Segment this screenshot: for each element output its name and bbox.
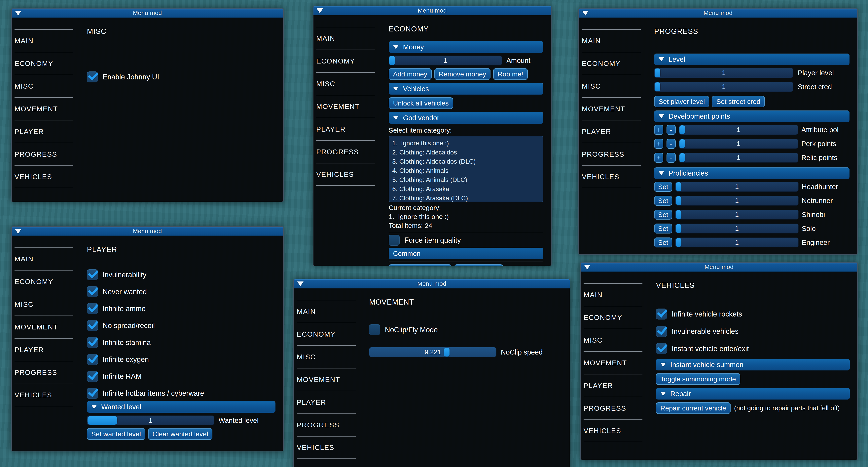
- sidebar-item-misc[interactable]: MISC: [14, 293, 73, 316]
- collapse-window-icon[interactable]: [15, 229, 21, 234]
- set-player-level-button[interactable]: Set player level: [654, 96, 709, 107]
- shinobi-slider[interactable]: 1: [675, 210, 799, 220]
- sidebar-item-player[interactable]: PLAYER: [584, 374, 643, 397]
- set-shinobi-button[interactable]: Set: [654, 210, 672, 220]
- sidebar-item-player[interactable]: PLAYER: [316, 118, 375, 140]
- slider-grab[interactable]: [679, 125, 685, 134]
- remove-money-button[interactable]: Remove money: [434, 68, 491, 80]
- slider-grab[interactable]: [88, 416, 117, 425]
- slider-grab[interactable]: [676, 196, 681, 205]
- slider-grab[interactable]: [389, 56, 395, 65]
- sidebar-item-misc[interactable]: MISC: [14, 75, 73, 97]
- street-cred-slider[interactable]: 1: [654, 82, 794, 92]
- attribute-points-plus-button[interactable]: +: [654, 125, 663, 135]
- sidebar-item-movement[interactable]: MOVEMENT: [584, 351, 643, 374]
- no-spread-recoil-checkbox[interactable]: [87, 320, 98, 331]
- perk-points-minus-button[interactable]: -: [666, 139, 676, 149]
- sidebar-item-progress[interactable]: PROGRESS: [316, 140, 375, 163]
- infinite-ram-checkbox[interactable]: [87, 371, 98, 382]
- rob-me-button[interactable]: Rob me!: [493, 68, 528, 80]
- attribute-points-minus-button[interactable]: -: [666, 125, 676, 135]
- player-level-slider[interactable]: 1: [654, 68, 794, 78]
- unlock-all-vehicles-button[interactable]: Unlock all vehicles: [389, 97, 453, 109]
- sidebar-item-main[interactable]: MAIN: [584, 283, 643, 306]
- titlebar[interactable]: Menu mod: [313, 6, 551, 15]
- sidebar-item-main[interactable]: MAIN: [14, 29, 73, 52]
- relic-points-plus-button[interactable]: +: [654, 153, 663, 163]
- sidebar-item-main[interactable]: MAIN: [14, 247, 73, 270]
- sidebar-item-vehicles[interactable]: VEHICLES: [14, 384, 73, 406]
- infinite-oxygen-checkbox[interactable]: [87, 354, 98, 365]
- collapse-window-icon[interactable]: [297, 282, 304, 286]
- sidebar-item-progress[interactable]: PROGRESS: [584, 397, 643, 419]
- perk-points-plus-button[interactable]: +: [654, 139, 663, 149]
- sidebar-item-progress[interactable]: PROGRESS: [14, 143, 73, 166]
- set-wanted-level-button[interactable]: Set wanted level: [87, 428, 145, 440]
- relic-points-slider[interactable]: 1: [679, 153, 798, 163]
- solo-slider[interactable]: 1: [675, 224, 799, 233]
- never-wanted-checkbox[interactable]: [87, 286, 98, 297]
- netrunner-slider[interactable]: 1: [675, 196, 799, 206]
- sidebar-item-economy[interactable]: ECONOMY: [316, 50, 375, 72]
- clear-wanted-level-button[interactable]: Clear wanted level: [148, 428, 213, 440]
- sidebar-item-economy[interactable]: ECONOMY: [582, 52, 641, 75]
- noclip-fly-mode-checkbox[interactable]: [369, 324, 380, 335]
- relic-points-minus-button[interactable]: -: [666, 153, 676, 163]
- level-section-header[interactable]: Level: [654, 54, 849, 65]
- amount-slider[interactable]: 1: [389, 56, 502, 65]
- sidebar-item-economy[interactable]: ECONOMY: [14, 270, 73, 293]
- sidebar-item-misc[interactable]: MISC: [582, 75, 641, 97]
- titlebar[interactable]: Menu mod: [12, 227, 283, 236]
- set-netrunner-button[interactable]: Set: [654, 196, 672, 206]
- slider-grab[interactable]: [655, 68, 660, 77]
- infinite-stamina-checkbox[interactable]: [87, 337, 98, 348]
- set-engineer-button[interactable]: Set: [654, 237, 672, 247]
- slider-grab[interactable]: [679, 139, 685, 148]
- sidebar-item-vehicles[interactable]: VEHICLES: [582, 166, 641, 188]
- sidebar-item-vehicles[interactable]: VEHICLES: [316, 163, 375, 186]
- sidebar-item-progress[interactable]: PROGRESS: [582, 143, 641, 166]
- wanted-level-slider[interactable]: 1: [87, 415, 214, 426]
- instant-vehicle-enter-exit-checkbox[interactable]: [656, 343, 667, 354]
- sidebar-item-movement[interactable]: MOVEMENT: [297, 368, 355, 391]
- noclip-speed-slider[interactable]: 9.221: [369, 347, 496, 357]
- repair-section-header[interactable]: Repair: [656, 388, 850, 400]
- infinite-hotbar-checkbox[interactable]: [87, 388, 98, 399]
- enable-johnny-ui-checkbox[interactable]: [87, 71, 98, 82]
- repair-current-vehicle-button[interactable]: Repair current vehicle: [656, 402, 731, 414]
- sidebar-item-movement[interactable]: MOVEMENT: [14, 316, 73, 338]
- collapse-window-icon[interactable]: [15, 11, 21, 16]
- sidebar-item-progress[interactable]: PROGRESS: [14, 361, 73, 384]
- sidebar-item-player[interactable]: PLAYER: [582, 120, 641, 143]
- development-points-section-header[interactable]: Development points: [654, 111, 849, 122]
- titlebar[interactable]: Menu mod: [12, 8, 283, 18]
- set-street-cred-button[interactable]: Set street cred: [712, 96, 765, 107]
- god-vendor-section-header[interactable]: God vendor: [389, 112, 544, 124]
- sidebar-item-movement[interactable]: MOVEMENT: [582, 97, 641, 120]
- collapse-window-icon[interactable]: [584, 265, 590, 269]
- sidebar-item-vehicles[interactable]: VEHICLES: [584, 419, 643, 442]
- engineer-slider[interactable]: 1: [675, 237, 799, 247]
- sidebar-item-movement[interactable]: MOVEMENT: [316, 95, 375, 118]
- sidebar-item-economy[interactable]: ECONOMY: [297, 323, 355, 345]
- list-item[interactable]: 4. Clothing: Animals: [392, 166, 544, 175]
- attribute-points-slider[interactable]: 1: [679, 125, 798, 135]
- sidebar-item-progress[interactable]: PROGRESS: [297, 413, 355, 436]
- instant-vehicle-summon-section-header[interactable]: Instant vehicle summon: [656, 359, 850, 371]
- sidebar-item-misc[interactable]: MISC: [584, 329, 643, 351]
- teleport-back-button[interactable]: Teleport back: [454, 264, 503, 266]
- infinite-ammo-checkbox[interactable]: [87, 303, 98, 314]
- sidebar-item-main[interactable]: MAIN: [582, 29, 641, 52]
- headhunter-slider[interactable]: 1: [675, 182, 799, 192]
- sidebar-item-misc[interactable]: MISC: [297, 345, 355, 368]
- invulnerability-checkbox[interactable]: [87, 269, 98, 280]
- sidebar-item-vehicles[interactable]: VEHICLES: [297, 436, 355, 459]
- slider-grab[interactable]: [444, 348, 450, 356]
- titlebar[interactable]: Menu mod: [294, 279, 570, 288]
- sidebar-item-main[interactable]: MAIN: [316, 27, 375, 50]
- item-quality-select[interactable]: Common: [389, 247, 544, 259]
- sidebar-item-player[interactable]: PLAYER: [297, 391, 355, 413]
- sidebar-item-movement[interactable]: MOVEMENT: [14, 97, 73, 120]
- list-item[interactable]: 1. Ignore this one :): [392, 139, 544, 148]
- sidebar-item-economy[interactable]: ECONOMY: [584, 306, 643, 329]
